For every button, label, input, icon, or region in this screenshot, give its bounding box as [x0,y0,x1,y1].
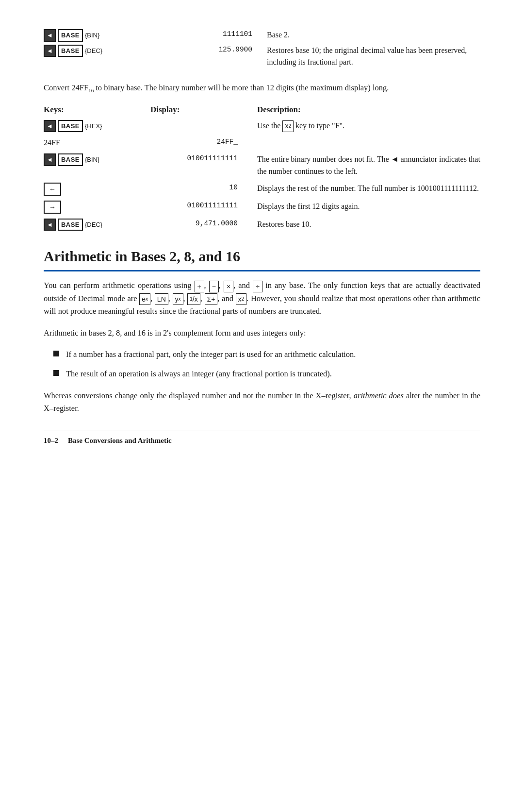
base-key-bin: BASE [58,153,83,166]
bullet-text-1: If a number has a fractional part, only … [66,348,356,361]
shift-key-bin: ◄ [44,153,56,166]
top-row1-desc: Base 2. [267,29,480,41]
bullet-text-2: The result of an operation is always an … [66,368,332,380]
hex-label: {HEX} [85,121,102,131]
para3-start: Whereas conversions change only the disp… [44,391,351,400]
top-row2-desc: Restores base 10; the original decimal v… [267,45,480,68]
row-24ff-display: 24FF_ [150,137,257,148]
ex-key: ex [139,293,150,305]
row-bin-desc: The entire binary number does not fit. T… [257,153,480,178]
row-hex-desc: Use the x2 key to type "F". [257,120,480,132]
paragraph-1: You can perform arithmetic operations us… [44,279,480,318]
footer-title: Base Conversions and Arithmetic [68,435,172,446]
top-table: ◄ BASE {BIN} 1111101 Base 2. ◄ BASE {DEC… [44,29,480,68]
24ff-key-line: 24FF [44,137,150,149]
bin-label-main: {BIN} [85,155,99,165]
convert-paragraph: Convert 24FF16 to binary base. The binar… [44,82,480,95]
bullet-square-1 [53,351,59,356]
left-arrow-key: ← [44,183,61,196]
sigma-key: Σ+ [205,293,218,305]
table-row-hex: ◄ BASE {HEX} Use the x2 key to type "F". [44,120,480,133]
row-hex-keys: ◄ BASE {HEX} [44,120,150,133]
row-bin-display: 010011111111 [150,153,257,164]
row-dec-display: 9,471.0000 [150,219,257,229]
dec-key-line: ◄ BASE {DEC} [44,219,150,231]
row-right-keys: → [44,201,150,214]
bullet-item-2: The result of an operation is always an … [53,368,480,380]
times-key: × [224,281,233,292]
24ff-display-val: 24FF_ [216,137,238,148]
top-row1-display: 1111101 [170,29,267,40]
bin-label-1: {BIN} [85,31,99,40]
convert-text-1: Convert 24FF [44,83,88,92]
base-key-1: BASE [58,29,83,42]
left-arrow-key-line: ← [44,183,150,196]
bullet-square-2 [53,370,59,376]
plus-key: + [195,281,204,292]
yx-key: yx [173,293,183,305]
bullet-list: If a number has a fractional part, only … [53,348,480,381]
base-key-dec: BASE [58,219,83,231]
table-row-24ff: 24FF 24FF_ [44,137,480,149]
header-keys: Keys: [44,103,150,116]
base-key-hex: BASE [58,120,83,133]
row-left-keys: ← [44,183,150,196]
hex-key-line: ◄ BASE {HEX} [44,120,150,133]
24ff-text: 24FF [44,137,60,149]
1x-key: 1/x [187,293,200,305]
dec-label-main: {DEC} [85,220,102,230]
table-row-bin: ◄ BASE {BIN} 010011111111 The entire bin… [44,153,480,178]
div-key: ÷ [253,281,262,292]
top-row1-keys: ◄ BASE {BIN} [44,29,170,42]
header-display: Display: [150,103,257,116]
minus-key: − [209,281,219,292]
table-header-row: Keys: Display: Description: [44,103,480,116]
convert-subscript: 16 [88,87,94,93]
left-display-val: 10 [229,183,238,193]
bin-key-line: ◄ BASE {BIN} [44,153,150,166]
x2-key-inline-1: x2 [282,120,294,132]
table-row-left-arrow: ← 10 Displays the rest of the number. Th… [44,183,480,196]
para3-italic: arithmetic does [354,391,404,400]
bin-display-val: 010011111111 [187,153,238,164]
right-display-val: 010011111111 [187,201,238,211]
shift-key-hex: ◄ [44,120,56,133]
right-arrow-key-line: → [44,201,150,214]
dec-label-1: {DEC} [85,46,102,56]
convert-text-2: to binary base. The binary number will b… [94,83,389,92]
header-desc: Description: [257,103,480,116]
base-key-2: BASE [58,45,83,57]
top-table-row-1: ◄ BASE {BIN} 1111101 Base 2. [44,29,480,42]
ln-key: LN [155,293,168,305]
top-table-row-2: ◄ BASE {DEC} 125.9900 Restores base 10; … [44,45,480,68]
top-row2-display: 125.9900 [170,45,267,56]
bullet-item-1: If a number has a fractional part, only … [53,348,480,361]
section-heading: Arithmetic in Bases 2, 8, and 16 [44,245,480,271]
shift-key-2: ◄ [44,45,56,57]
main-table: Keys: Display: Description: ◄ BASE {HEX}… [44,103,480,231]
top-row2-keys: ◄ BASE {DEC} [44,45,170,57]
display-value-1: 1111101 [223,30,252,38]
paragraph-2: Arithmetic in bases 2, 8, and 16 is in 2… [44,327,480,339]
footer: 10–2 Base Conversions and Arithmetic [44,430,480,446]
paragraph-3: Whereas conversions change only the disp… [44,389,480,415]
row-dec-desc: Restores base 10. [257,219,480,231]
row-left-desc: Displays the rest of the number. The ful… [257,183,480,195]
display-value-2: 125.9900 [218,46,252,53]
row-bin-keys: ◄ BASE {BIN} [44,153,150,166]
row-left-display: 10 [150,183,257,193]
footer-page-number: 10–2 [44,435,58,446]
table-row-right-arrow: → 010011111111 Displays the first 12 dig… [44,201,480,214]
x2-key: x2 [236,293,247,305]
row-right-desc: Displays the first 12 digits again. [257,201,480,213]
right-arrow-key: → [44,201,61,214]
row-24ff-keys: 24FF [44,137,150,149]
shift-key-dec: ◄ [44,219,56,231]
row-dec-keys: ◄ BASE {DEC} [44,219,150,231]
shift-key-1: ◄ [44,29,56,42]
dec-display-val: 9,471.0000 [196,219,238,229]
table-row-dec: ◄ BASE {DEC} 9,471.0000 Restores base 10… [44,219,480,231]
row-right-display: 010011111111 [150,201,257,211]
